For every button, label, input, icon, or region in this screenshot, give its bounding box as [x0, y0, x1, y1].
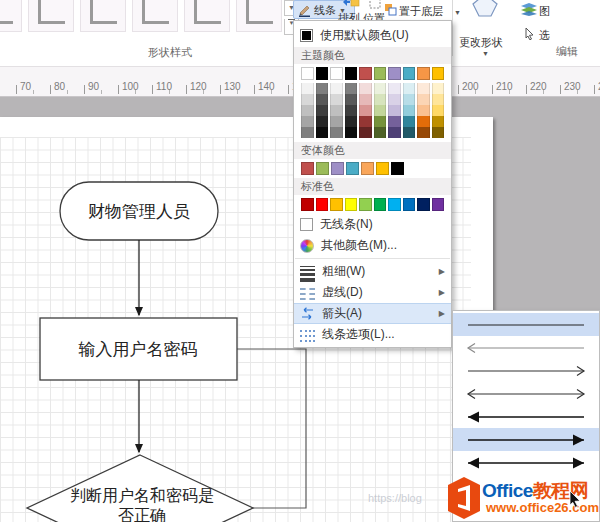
- color-tint-swatch[interactable]: [432, 94, 445, 105]
- color-tint-swatch[interactable]: [388, 116, 401, 127]
- color-tint-swatch[interactable]: [403, 105, 416, 116]
- color-swatch[interactable]: [330, 198, 343, 211]
- color-swatch[interactable]: [359, 198, 372, 211]
- color-swatch[interactable]: [376, 162, 389, 175]
- arrow-style-arrow-both-open[interactable]: [453, 382, 599, 405]
- shape-style-thumbnail[interactable]: [80, 0, 126, 32]
- color-tint-swatch[interactable]: [432, 83, 445, 94]
- color-swatch[interactable]: [432, 198, 445, 211]
- color-tint-swatch[interactable]: [345, 94, 358, 105]
- use-default-color-item[interactable]: 使用默认颜色(U): [294, 23, 451, 47]
- color-tint-swatch[interactable]: [417, 94, 430, 105]
- color-tint-swatch[interactable]: [301, 105, 314, 116]
- color-tint-swatch[interactable]: [403, 83, 416, 94]
- line-options-item[interactable]: 线条选项(L)...: [294, 324, 451, 345]
- color-tint-swatch[interactable]: [330, 83, 343, 94]
- color-tint-swatch[interactable]: [374, 105, 387, 116]
- color-tint-swatch[interactable]: [432, 105, 445, 116]
- color-tint-swatch[interactable]: [403, 127, 416, 138]
- color-swatch[interactable]: [403, 67, 416, 80]
- color-tint-swatch[interactable]: [330, 94, 343, 105]
- arrow-style-arrow-both-solid[interactable]: [453, 451, 599, 474]
- color-swatch[interactable]: [301, 67, 314, 80]
- color-tint-swatch[interactable]: [345, 105, 358, 116]
- color-tint-swatch[interactable]: [301, 83, 314, 94]
- color-tint-swatch[interactable]: [417, 116, 430, 127]
- color-swatch[interactable]: [346, 162, 359, 175]
- color-tint-swatch[interactable]: [301, 94, 314, 105]
- color-swatch[interactable]: [316, 162, 329, 175]
- color-tint-swatch[interactable]: [359, 116, 372, 127]
- color-tint-swatch[interactable]: [316, 83, 329, 94]
- color-swatch[interactable]: [361, 162, 374, 175]
- color-tint-swatch[interactable]: [417, 127, 430, 138]
- color-tint-swatch[interactable]: [388, 94, 401, 105]
- color-tint-swatch[interactable]: [359, 105, 372, 116]
- color-tint-swatch[interactable]: [359, 94, 372, 105]
- arrow-style-arrow-left-solid[interactable]: [453, 405, 599, 428]
- color-tint-swatch[interactable]: [403, 94, 416, 105]
- more-colors-item[interactable]: 其他颜色(M)...: [294, 235, 451, 256]
- color-tint-swatch[interactable]: [374, 116, 387, 127]
- color-swatch[interactable]: [330, 67, 343, 80]
- color-tint-swatch[interactable]: [388, 127, 401, 138]
- color-tint-swatch[interactable]: [330, 105, 343, 116]
- color-swatch[interactable]: [316, 198, 329, 211]
- no-line-item[interactable]: 无线条(N): [294, 214, 451, 235]
- layers-button[interactable]: 图: [539, 4, 550, 19]
- color-tint-swatch[interactable]: [330, 116, 343, 127]
- color-swatch[interactable]: [359, 67, 372, 80]
- shape-style-thumbnail[interactable]: [0, 0, 22, 32]
- color-tint-swatch[interactable]: [316, 94, 329, 105]
- color-swatch[interactable]: [345, 198, 358, 211]
- color-tint-swatch[interactable]: [316, 116, 329, 127]
- color-swatch[interactable]: [301, 162, 314, 175]
- color-tint-swatch[interactable]: [388, 83, 401, 94]
- color-tint-swatch[interactable]: [359, 127, 372, 138]
- arrow-style-arrow-right-open[interactable]: [453, 359, 599, 382]
- shape-style-thumbnail[interactable]: [28, 0, 74, 32]
- color-swatch[interactable]: [331, 162, 344, 175]
- color-swatch[interactable]: [432, 67, 445, 80]
- color-tint-swatch[interactable]: [374, 94, 387, 105]
- color-swatch[interactable]: [374, 67, 387, 80]
- color-swatch[interactable]: [403, 198, 416, 211]
- color-swatch[interactable]: [391, 162, 404, 175]
- line-weight-item[interactable]: 粗细(W) ▶: [294, 261, 451, 282]
- color-tint-swatch[interactable]: [417, 105, 430, 116]
- arrow-style-line-plain[interactable]: [453, 313, 599, 336]
- color-tint-swatch[interactable]: [417, 83, 430, 94]
- select-button[interactable]: 选: [539, 28, 550, 43]
- color-swatch[interactable]: [417, 198, 430, 211]
- color-tint-swatch[interactable]: [301, 116, 314, 127]
- color-tint-swatch[interactable]: [374, 127, 387, 138]
- color-tint-swatch[interactable]: [301, 127, 314, 138]
- connector-loop[interactable]: [237, 349, 306, 508]
- color-tint-swatch[interactable]: [388, 105, 401, 116]
- color-swatch[interactable]: [374, 198, 387, 211]
- change-shape-button[interactable]: 更改形状: [459, 35, 503, 50]
- shape-style-thumbnail[interactable]: [236, 0, 282, 32]
- shape-style-thumbnail[interactable]: [184, 0, 230, 32]
- color-swatch[interactable]: [316, 67, 329, 80]
- color-tint-swatch[interactable]: [345, 127, 358, 138]
- color-swatch[interactable]: [388, 67, 401, 80]
- color-tint-swatch[interactable]: [316, 105, 329, 116]
- line-dashes-item[interactable]: 虚线(D) ▶: [294, 282, 451, 303]
- shape-style-thumbnail[interactable]: [132, 0, 178, 32]
- color-tint-swatch[interactable]: [330, 127, 343, 138]
- color-tint-swatch[interactable]: [403, 116, 416, 127]
- color-tint-swatch[interactable]: [432, 127, 445, 138]
- arrow-style-arrow-right-solid[interactable]: [453, 428, 599, 451]
- color-tint-swatch[interactable]: [432, 116, 445, 127]
- color-tint-swatch[interactable]: [345, 83, 358, 94]
- color-swatch[interactable]: [345, 67, 358, 80]
- color-swatch[interactable]: [301, 198, 314, 211]
- line-arrows-item[interactable]: 箭头(A) ▶: [294, 303, 451, 324]
- arrow-style-arrow-left-open[interactable]: [453, 336, 599, 359]
- color-swatch[interactable]: [388, 198, 401, 211]
- color-tint-swatch[interactable]: [345, 116, 358, 127]
- color-tint-swatch[interactable]: [316, 127, 329, 138]
- color-swatch[interactable]: [417, 67, 430, 80]
- color-tint-swatch[interactable]: [374, 83, 387, 94]
